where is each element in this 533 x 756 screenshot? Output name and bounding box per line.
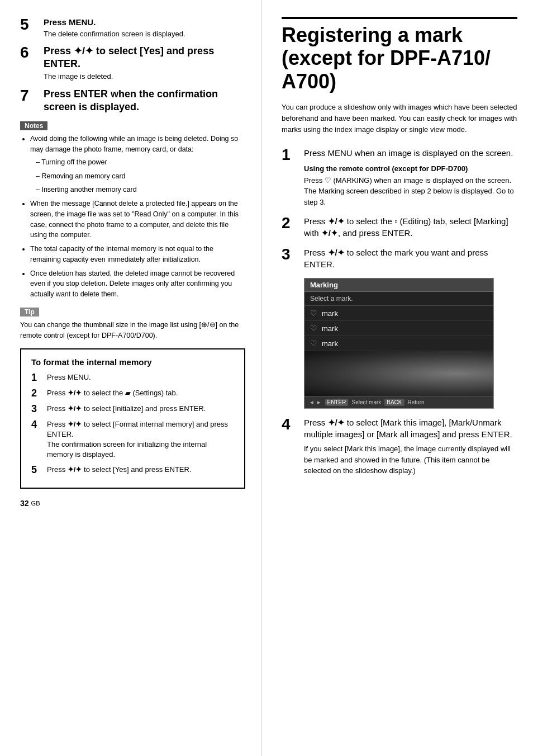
tip-label: Tip: [20, 308, 39, 316]
marking-title-bar: Marking: [304, 278, 493, 292]
return-text: Return: [408, 399, 425, 405]
marking-footer-bar: ◄ ► ENTER Select mark BACK Return: [304, 396, 493, 408]
heart-icon-3: ♡: [310, 339, 317, 348]
marking-item-1: ♡ mark: [304, 306, 493, 321]
section-intro: You can produce a slideshow only with im…: [282, 102, 517, 135]
format-step-1: 1 Press MENU.: [31, 372, 234, 384]
format-box-title: To format the internal memory: [31, 357, 234, 367]
sub-note-3: Inserting another memory card: [36, 185, 245, 195]
format-step-3: 3 Press ✦/✦ to select [Initialize] and p…: [31, 404, 234, 415]
section-heading: Registering a mark (except for DPF-A710/…: [282, 17, 517, 93]
note-item-3: The total capacity of the internal memor…: [30, 244, 245, 265]
page: 5 Press MENU. The delete confirmation sc…: [0, 0, 533, 756]
page-footer: 32 GB: [20, 499, 245, 508]
format-step-3-num: 3: [31, 404, 47, 415]
step-6-block: 6 Press ✦/✦ to select [Yes] and press EN…: [20, 45, 245, 82]
format-step-1-num: 1: [31, 372, 47, 384]
marking-item-2: ♡ mark: [304, 321, 493, 336]
step-5-number: 5: [20, 17, 40, 32]
format-step-4-content: Press ✦/✦ to select [Format internal mem…: [47, 419, 234, 460]
notes-list: Avoid doing the following while an image…: [20, 134, 245, 300]
tip-text: You can change the thumbnail size in the…: [20, 320, 245, 341]
format-box: To format the internal memory 1 Press ME…: [20, 348, 245, 489]
notes-box: Notes Avoid doing the following while an…: [20, 121, 245, 300]
marking-subtitle: Select a mark.: [304, 292, 493, 306]
heart-icon-2: ♡: [310, 324, 317, 333]
right-step-4-sub-text: If you select [Mark this image], the ima…: [304, 443, 517, 476]
left-column: 5 Press MENU. The delete confirmation sc…: [0, 0, 261, 756]
footer-nav-indicator: ◄ ►: [309, 399, 322, 405]
enter-btn-label: ENTER: [325, 399, 349, 406]
format-step-3-content: Press ✦/✦ to select [Initialize] and pre…: [47, 404, 234, 414]
page-number: 32: [20, 499, 29, 508]
note-1-text: Avoid doing the following while an image…: [30, 135, 238, 153]
right-step-2-block: 2 Press ✦/✦ to select the ▫ (Editing) ta…: [282, 215, 517, 239]
sub-note-1: Turning off the power: [36, 157, 245, 168]
step-6-content: Press ✦/✦ to select [Yes] and press ENTE…: [44, 45, 245, 82]
right-step-1-title: Press MENU when an image is displayed on…: [304, 147, 517, 159]
note-item-4: Once deletion has started, the deleted i…: [30, 268, 245, 300]
marking-screenshot: Marking Select a mark. ♡ mark ♡ mark ♡ m…: [304, 278, 494, 409]
right-step-2-title: Press ✦/✦ to select the ▫ (Editing) tab,…: [304, 215, 517, 239]
step-6-title: Press ✦/✦ to select [Yes] and press ENTE…: [44, 45, 245, 71]
marking-item-3-label: mark: [322, 339, 338, 348]
right-step-3-content: Press ✦/✦ to select the mark you want an…: [304, 247, 517, 270]
notes-sub-list: Turning off the power Removing an memory…: [30, 157, 245, 195]
sub-note-2: Removing an memory card: [36, 171, 245, 182]
back-btn-label: BACK: [384, 399, 404, 406]
right-step-1-sub-heading: Using the remote control (except for DPF…: [304, 164, 517, 173]
marking-item-2-label: mark: [322, 324, 338, 333]
right-step-1-content: Press MENU when an image is displayed on…: [304, 147, 517, 208]
step-7-content: Press ENTER when the confirmation screen…: [44, 88, 245, 114]
gb-label: GB: [31, 500, 40, 507]
format-step-4-num: 4: [31, 419, 47, 431]
step-6-number: 6: [20, 45, 40, 60]
step-5-content: Press MENU. The delete confirmation scre…: [44, 17, 245, 39]
step-5-block: 5 Press MENU. The delete confirmation sc…: [20, 17, 245, 39]
format-step-5: 5 Press ✦/✦ to select [Yes] and press EN…: [31, 465, 234, 476]
right-step-4-num: 4: [282, 417, 304, 432]
format-step-5-num: 5: [31, 465, 47, 476]
step-5-sub: The delete confirmation screen is displa…: [44, 29, 245, 39]
step-6-sub: The image is deleted.: [44, 72, 245, 82]
note-item-1: Avoid doing the following while an image…: [30, 134, 245, 195]
step-5-title: Press MENU.: [44, 17, 245, 28]
heart-icon-1: ♡: [310, 309, 317, 318]
step-7-title: Press ENTER when the confirmation screen…: [44, 88, 245, 114]
format-step-2-content: Press ✦/✦ to select the ▰ (Settings) tab…: [47, 388, 234, 398]
right-step-3-block: 3 Press ✦/✦ to select the mark you want …: [282, 247, 517, 270]
notes-label: Notes: [20, 121, 47, 130]
right-step-3-num: 3: [282, 247, 304, 262]
right-step-4-title: Press ✦/✦ to select [Mark this image], […: [304, 417, 517, 440]
select-mark-text: Select mark: [351, 399, 381, 405]
right-step-4-block: 4 Press ✦/✦ to select [Mark this image],…: [282, 417, 517, 476]
format-step-2: 2 Press ✦/✦ to select the ▰ (Settings) t…: [31, 388, 234, 399]
right-step-1-sub-text: Press ♡ (MARKING) when an image is displ…: [304, 175, 517, 208]
right-step-2-content: Press ✦/✦ to select the ▫ (Editing) tab,…: [304, 215, 517, 239]
tip-box: Tip You can change the thumbnail size in…: [20, 308, 245, 341]
step-7-block: 7 Press ENTER when the confirmation scre…: [20, 88, 245, 114]
format-step-2-num: 2: [31, 388, 47, 399]
note-item-2: When the message [Cannot delete a protec…: [30, 199, 245, 240]
format-step-4: 4 Press ✦/✦ to select [Format internal m…: [31, 419, 234, 460]
right-step-2-num: 2: [282, 215, 304, 231]
marking-item-1-label: mark: [322, 309, 338, 318]
format-step-5-content: Press ✦/✦ to select [Yes] and press ENTE…: [47, 465, 234, 475]
right-step-4-content: Press ✦/✦ to select [Mark this image], […: [304, 417, 517, 476]
format-step-1-content: Press MENU.: [47, 372, 234, 382]
step-7-number: 7: [20, 88, 40, 103]
right-step-1-block: 1 Press MENU when an image is displayed …: [282, 147, 517, 208]
right-step-3-title: Press ✦/✦ to select the mark you want an…: [304, 247, 517, 270]
right-column: Registering a mark (except for DPF-A710/…: [261, 0, 533, 756]
marking-item-3: ♡ mark: [304, 336, 493, 351]
right-step-1-num: 1: [282, 147, 304, 163]
